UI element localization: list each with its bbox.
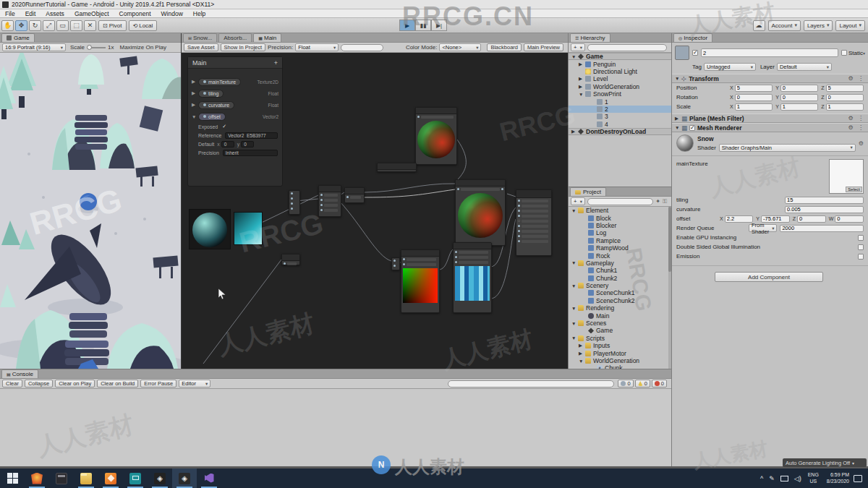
- project-item-block[interactable]: Block: [569, 214, 671, 221]
- project-folder-rendering[interactable]: ▼Rendering: [569, 304, 671, 312]
- local-toggle[interactable]: ⟲Local: [129, 20, 158, 31]
- info-count-badge[interactable]: 0: [618, 380, 633, 388]
- transform-header[interactable]: ▼⊹Transform⚙ ⋮: [672, 74, 868, 83]
- shader-canvas[interactable]: Main+ ▶mainTextureTexture2D ▶tilingFloat…: [182, 53, 569, 369]
- custom-tool-icon[interactable]: ✕: [84, 20, 96, 31]
- mesh-renderer-header[interactable]: ▼▦Mesh Renderer⚙ ⋮: [672, 123, 868, 132]
- project-folder-scenery[interactable]: ▼Scenery: [569, 282, 671, 289]
- save-asset-button[interactable]: Save Asset: [184, 43, 218, 51]
- texture-thumbnail[interactable]: Select: [829, 159, 864, 194]
- tab-absorb-shader[interactable]: Absorb...: [218, 33, 252, 42]
- start-button[interactable]: [0, 468, 25, 488]
- project-folder-inputs[interactable]: ▶Inputs: [569, 342, 671, 349]
- normal-preview-node[interactable]: [415, 107, 457, 165]
- main-preview-tile[interactable]: [189, 209, 231, 249]
- scale-slider[interactable]: [87, 47, 106, 48]
- emission-checkbox[interactable]: [858, 254, 864, 260]
- layout-dropdown[interactable]: Layout: [835, 20, 865, 31]
- color-mode-dropdown[interactable]: <None>: [439, 43, 481, 51]
- project-item-rampice[interactable]: RampIce: [569, 237, 671, 244]
- gpu-instancing-checkbox[interactable]: [858, 235, 864, 241]
- texture-select-button[interactable]: Select: [846, 187, 862, 192]
- console-search-input[interactable]: [448, 380, 614, 388]
- tab-snow-shader[interactable]: ⊞Snow...: [183, 33, 217, 42]
- shader-dropdown[interactable]: Shader Graphs/Main: [719, 144, 856, 152]
- normal-preview-node[interactable]: [455, 179, 506, 246]
- project-folder-scenes[interactable]: ▼Scenes: [569, 320, 671, 327]
- main-preview-toggle[interactable]: Main Preview: [524, 43, 563, 51]
- shader-node[interactable]: [289, 190, 300, 215]
- offset-exposed-row[interactable]: Exposed✓: [188, 122, 282, 131]
- rotation-x[interactable]: [735, 94, 773, 101]
- project-item-chunk2[interactable]: Chunk2: [569, 275, 671, 282]
- project-item-scenechunk1[interactable]: SceneChunk1: [569, 289, 671, 296]
- auto-generate-lighting-status[interactable]: Auto Generate Lighting Off▾: [783, 458, 867, 467]
- property-main-texture[interactable]: ▶mainTextureTexture2D: [188, 76, 282, 87]
- hierarchy-item-3[interactable]: 3: [569, 113, 671, 120]
- play-button[interactable]: ▶: [399, 20, 415, 31]
- menu-edit[interactable]: Edit: [20, 10, 41, 17]
- tab-project[interactable]: Project: [570, 187, 606, 196]
- pivot-toggle[interactable]: ⊡Pivot: [98, 20, 127, 31]
- offset-z[interactable]: [797, 215, 826, 223]
- scale-tool-icon[interactable]: ⤢: [43, 20, 55, 31]
- account-dropdown[interactable]: Account: [768, 20, 801, 31]
- shader-node[interactable]: [391, 257, 400, 270]
- uv-node[interactable]: [401, 249, 440, 313]
- console-log-area[interactable]: [0, 389, 671, 466]
- hierarchy-item-2[interactable]: 2: [569, 106, 671, 113]
- render-queue-dropdown[interactable]: From Shader: [749, 224, 777, 232]
- property-curvature[interactable]: ▶curvatureFloat: [188, 99, 282, 111]
- blackboard-panel[interactable]: Main+ ▶mainTextureTexture2D ▶tilingFloat…: [187, 56, 283, 187]
- sample-texture-node[interactable]: [453, 242, 492, 313]
- tab-hierarchy[interactable]: ☰Hierarchy: [570, 33, 610, 42]
- project-folder-worldgeneration[interactable]: ▼WorldGeneration: [569, 357, 671, 364]
- hierarchy-item-worldgeneration[interactable]: ▶WorldGeneration: [569, 83, 671, 90]
- taskbar-recorder-icon[interactable]: [123, 468, 148, 488]
- taskbar-unity-editor-icon[interactable]: ◈: [148, 468, 172, 488]
- precision-dropdown[interactable]: Float: [295, 43, 339, 51]
- mesh-filter-header[interactable]: ▶▦Plane (Mesh Filter)⚙ ⋮: [672, 114, 868, 123]
- tab-main-shader[interactable]: ▦Main: [253, 33, 281, 42]
- offset-x[interactable]: [725, 215, 754, 223]
- position-y[interactable]: [780, 85, 818, 92]
- aspect-dropdown[interactable]: 16:9 Portrait (9:16): [2, 43, 66, 51]
- project-item-game-scene[interactable]: Game: [569, 327, 671, 334]
- menu-help[interactable]: Help: [188, 10, 210, 17]
- lock-icon[interactable]: ⚿: [663, 198, 667, 205]
- clear-on-build-button[interactable]: Clear on Build: [97, 380, 138, 388]
- render-queue-field[interactable]: [780, 225, 864, 232]
- project-folder-element[interactable]: ▼Element: [569, 207, 671, 214]
- offset-default-row[interactable]: Defaultx0y0: [188, 140, 282, 148]
- layer-dropdown[interactable]: Default: [777, 63, 832, 71]
- clear-button[interactable]: Clear: [2, 380, 22, 388]
- scale-y[interactable]: [780, 103, 818, 111]
- layers-dropdown[interactable]: Layers: [804, 20, 833, 31]
- tab-console[interactable]: ▤Console: [1, 369, 38, 378]
- hierarchy-item-directional-light[interactable]: Directional Light: [569, 68, 671, 75]
- taskbar-unity-editor-2-icon[interactable]: ◈: [172, 468, 197, 488]
- gameobject-name-field[interactable]: [701, 48, 838, 57]
- tray-clock[interactable]: 6:59 PM8/23/2020: [827, 472, 849, 484]
- master-node[interactable]: [516, 189, 552, 256]
- shader-node[interactable]: [318, 185, 341, 217]
- tray-chevron-icon[interactable]: ^: [760, 475, 763, 482]
- warning-count-badge[interactable]: 0: [635, 380, 650, 388]
- taskbar-browser-icon[interactable]: [25, 468, 49, 488]
- step-button[interactable]: ▶|: [431, 20, 447, 31]
- hierarchy-create-button[interactable]: +: [571, 43, 585, 51]
- rotation-y[interactable]: [780, 94, 818, 101]
- hierarchy-item-penguin[interactable]: ▶Penguin: [569, 60, 671, 67]
- transform-tool-icon[interactable]: ⬚: [70, 20, 82, 31]
- shader-node[interactable]: [281, 254, 300, 265]
- project-item-rampwood[interactable]: RampWood: [569, 244, 671, 252]
- hierarchy-item-4[interactable]: 4: [569, 121, 671, 128]
- property-tiling[interactable]: ▶tilingFloat: [188, 87, 282, 99]
- shader-node[interactable]: [377, 163, 417, 172]
- project-item-rock[interactable]: Rock: [569, 252, 671, 259]
- project-folder-playermotor[interactable]: ▶PlayerMotor: [569, 349, 671, 356]
- menu-assets[interactable]: Assets: [41, 10, 69, 17]
- offset-w[interactable]: [835, 215, 864, 223]
- show-in-project-button[interactable]: Show In Project: [221, 43, 266, 51]
- taskbar-file-explorer-icon[interactable]: [74, 468, 98, 488]
